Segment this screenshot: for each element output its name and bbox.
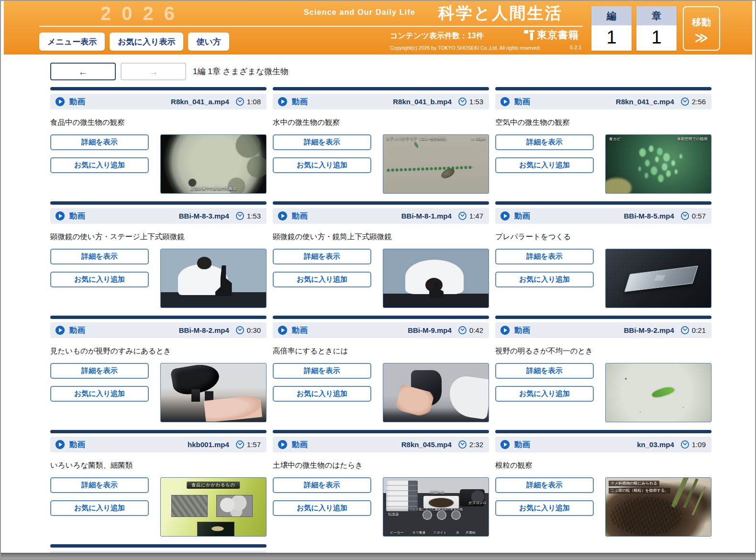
add-favorite-button[interactable]: お気に入り追加: [50, 157, 149, 173]
card-header-bar[interactable]: 動画 R8kn_041_c.mp4 2:56: [495, 94, 712, 110]
card-actions: 詳細を表示 お気に入り追加: [273, 134, 371, 194]
play-icon[interactable]: [278, 439, 288, 450]
card-header-bar[interactable]: 動画 hkb001.mp4 1:57: [50, 437, 267, 452]
play-icon[interactable]: [278, 211, 288, 221]
content-duration: 1:08: [247, 98, 261, 106]
card-header-bar[interactable]: 動画 BBi-M-9.mp4 0:42: [273, 322, 489, 338]
menu-display-button[interactable]: メニュー表示: [39, 33, 105, 51]
content-filename: BBi-M-8-2.mp4: [179, 326, 229, 334]
show-detail-button[interactable]: 詳細を表示: [495, 363, 594, 379]
play-icon[interactable]: [500, 97, 510, 107]
play-icon[interactable]: [278, 97, 288, 107]
show-detail-button[interactable]: 詳細を表示: [495, 134, 594, 150]
play-icon[interactable]: [278, 325, 288, 335]
play-icon[interactable]: [55, 439, 65, 450]
card-header-bar[interactable]: 動画 R8kn_045.mp4 2:32: [273, 437, 489, 452]
add-favorite-button[interactable]: お気に入り追加: [273, 272, 371, 287]
card-body: 詳細を表示 お気に入り追加 上澄み液中の多数の乳酸菌: [50, 134, 267, 194]
hen-selector[interactable]: 編 1: [591, 6, 632, 51]
add-favorite-button[interactable]: お気に入り追加: [495, 157, 594, 173]
content-thumbnail[interactable]: [605, 363, 712, 422]
play-icon[interactable]: [500, 439, 510, 450]
howto-button[interactable]: 使い方: [188, 33, 229, 51]
content-thumbnail[interactable]: [605, 249, 712, 308]
card-top-border: [273, 87, 489, 90]
show-detail-button[interactable]: 詳細を表示: [495, 249, 594, 264]
card-header-bar[interactable]: 動画 BBi-M-8-5.mp4 0:57: [495, 208, 712, 224]
play-icon[interactable]: [55, 325, 65, 335]
sho-selector[interactable]: 章 1: [636, 6, 677, 51]
card-header-bar[interactable]: 動画 BBi-M-8-2.mp4 0:30: [50, 322, 267, 338]
card-top-border: [495, 430, 712, 433]
show-detail-button[interactable]: 詳細を表示: [273, 363, 371, 379]
show-detail-button[interactable]: 詳細を表示: [50, 477, 149, 493]
card-body: 詳細を表示 お気に入り追加 マメ科植物の根にみられるこぶ状の粒（根粒）を観察する…: [495, 477, 712, 537]
prev-chapter-button[interactable]: ←: [50, 63, 116, 80]
clock-icon: [235, 97, 245, 106]
add-favorite-button[interactable]: お気に入り追加: [273, 386, 371, 402]
show-detail-button[interactable]: 詳細を表示: [495, 477, 594, 493]
content-thumbnail[interactable]: [383, 249, 489, 308]
thumbnail-art: [197, 522, 234, 537]
card-actions: 詳細を表示 お気に入り追加: [50, 134, 149, 194]
content-thumbnail[interactable]: 青カビ落射照明での観察: [605, 134, 712, 194]
card-header-bar[interactable]: 動画 BBi-M-8-3.mp4 1:53: [50, 208, 267, 224]
content-card: 動画 R8kn_041_b.mp4 1:53 水中の微生物の観察 詳細を表示 お…: [273, 87, 489, 194]
content-thumbnail[interactable]: [160, 249, 267, 308]
content-thumbnail[interactable]: [383, 363, 489, 422]
add-favorite-button[interactable]: お気に入り追加: [273, 500, 371, 516]
thumbnail-caption: 上澄み液中の多数の乳酸菌: [190, 187, 237, 191]
content-thumbnail[interactable]: [160, 363, 267, 422]
show-detail-button[interactable]: 詳細を表示: [50, 249, 149, 264]
play-icon[interactable]: [500, 211, 510, 221]
show-detail-button[interactable]: 詳細を表示: [273, 249, 371, 264]
content-type-label: 動画: [514, 97, 530, 107]
move-button[interactable]: 移動 ≫: [683, 6, 720, 51]
add-favorite-button[interactable]: お気に入り追加: [495, 386, 594, 402]
add-favorite-button[interactable]: お気に入り追加: [273, 157, 371, 173]
add-favorite-button[interactable]: お気に入り追加: [495, 500, 594, 516]
add-favorite-button[interactable]: お気に入り追加: [50, 386, 149, 402]
thumbnail-caption: 水: [456, 531, 459, 535]
content-type-label: 動画: [292, 97, 308, 107]
content-thumbnail[interactable]: 食品にかかわるもの: [160, 477, 267, 537]
card-actions: 詳細を表示 お気に入り追加: [495, 477, 594, 537]
show-detail-button[interactable]: 詳細を表示: [273, 134, 371, 150]
card-actions: 詳細を表示 お気に入り追加: [50, 249, 149, 308]
card-header-bar[interactable]: 動画 kn_03.mp4 1:09: [495, 437, 712, 452]
content-duration: 1:57: [247, 440, 261, 449]
add-favorite-button[interactable]: お気に入り追加: [50, 500, 149, 516]
thumbnail-art: [425, 278, 443, 292]
play-icon[interactable]: [55, 211, 65, 221]
content-thumbnail[interactable]: シアノバクテリア（ユレモの仲間）— 10μm: [383, 134, 489, 194]
clock-icon: [680, 440, 689, 449]
favorites-display-button[interactable]: お気に入り表示: [110, 33, 183, 51]
content-type-label: 動画: [292, 439, 308, 450]
clock-icon: [235, 440, 245, 449]
content-duration: 0:57: [692, 212, 706, 220]
card-header-bar[interactable]: 動画 R8kn_041_a.mp4 1:08: [50, 94, 267, 110]
card-header-bar[interactable]: 動画 BBi-M-8-1.mp4 1:47: [273, 208, 489, 224]
header-divider: [39, 26, 583, 27]
card-actions: 詳細を表示 お気に入り追加: [273, 363, 371, 422]
play-icon[interactable]: [55, 97, 65, 107]
add-favorite-button[interactable]: お気に入り追加: [50, 272, 149, 287]
next-chapter-button[interactable]: →: [121, 63, 186, 80]
content-filename: R8kn_041_b.mp4: [393, 98, 452, 106]
content-grid: 動画 R8kn_041_a.mp4 1:08 食品中の微生物の観察 詳細を表示 …: [50, 87, 712, 560]
card-header-bar[interactable]: 動画 R8kn_041_b.mp4 1:53: [273, 94, 489, 110]
thumbnail-art: [447, 374, 489, 420]
content-thumbnail[interactable]: マメ科植物の根にみられるこぶ状の粒（根粒）を観察する。: [605, 477, 712, 537]
card-top-border: [50, 87, 267, 90]
content-thumbnail[interactable]: 恒温器校庭の土ガスコンロペトリ皿に入った滅菌済みの寒天培地ビーカーヨウ素液スポイ…: [383, 477, 489, 537]
card-header-bar[interactable]: 動画 BBi-M-9-2.mp4 0:21: [495, 322, 712, 338]
content-card: 動画 BBi-M-8-2.mp4 0:30 見たいものが視野のすみにあるとき 詳…: [50, 316, 267, 422]
show-detail-button[interactable]: 詳細を表示: [50, 363, 149, 379]
play-icon[interactable]: [500, 325, 510, 335]
show-detail-button[interactable]: 詳細を表示: [273, 477, 371, 493]
add-favorite-button[interactable]: お気に入り追加: [495, 272, 594, 287]
card-body: 詳細を表示 お気に入り追加 シアノバクテリア（ユレモの仲間）— 10μm: [273, 134, 489, 194]
header: 2026 メニュー表示 お気に入り表示 使い方 Science and Our …: [4, 1, 752, 55]
show-detail-button[interactable]: 詳細を表示: [50, 134, 149, 150]
content-thumbnail[interactable]: 上澄み液中の多数の乳酸菌: [160, 134, 267, 194]
